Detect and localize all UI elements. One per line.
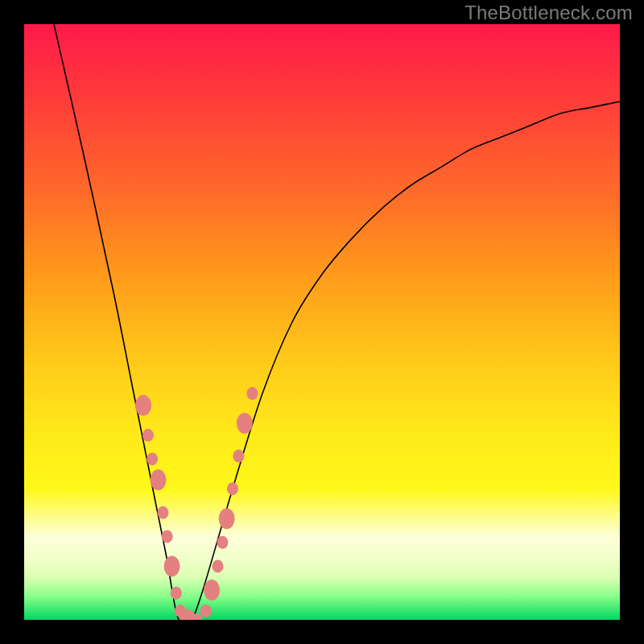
data-point [213,559,224,572]
data-point [227,482,238,495]
data-point [151,469,167,490]
bottleneck-curve [54,24,620,620]
data-point [162,530,173,543]
data-point [164,555,180,576]
data-point [142,429,154,442]
data-point [200,605,212,617]
chart-svg [24,24,620,620]
data-point [219,508,235,529]
chart-frame: TheBottleneck.com [0,0,644,644]
data-point [171,587,182,600]
plot-area [24,24,620,620]
data-point [157,506,168,519]
data-point [204,580,220,601]
data-point [217,536,228,549]
watermark-text: TheBottleneck.com [464,2,633,24]
data-point [246,387,258,400]
data-point-markers [135,387,258,620]
data-point [233,450,244,463]
data-point [135,395,151,416]
data-point [147,452,158,465]
data-point [237,413,253,434]
